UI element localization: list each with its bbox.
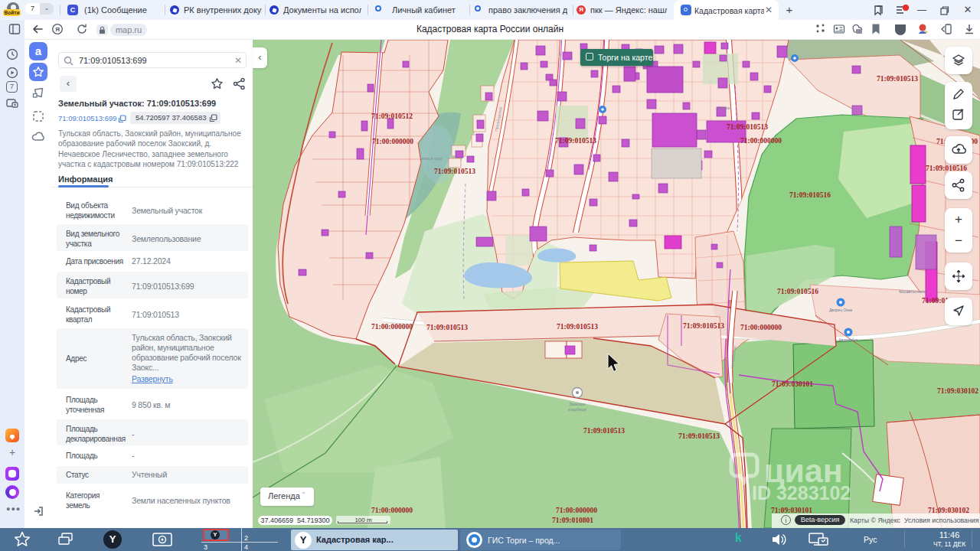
svg-text:71:00:000000: 71:00:000000: [740, 137, 782, 145]
svg-text:71:09:010513: 71:09:010513: [683, 322, 724, 330]
svg-text:Дворец Окна: Дворец Окна: [829, 308, 852, 312]
svg-text:71:09:010512: 71:09:010512: [371, 112, 413, 120]
svg-text:71:09:010516: 71:09:010516: [777, 288, 818, 295]
svg-text:71:09:010513: 71:09:010513: [727, 123, 768, 131]
svg-text:71:00:000000: 71:00:000000: [372, 138, 413, 145]
svg-text:71:00:000000: 71:00:000000: [556, 507, 597, 514]
svg-text:71:00:000000: 71:00:000000: [371, 507, 413, 514]
svg-text:Заокское: Заокское: [569, 402, 585, 406]
svg-text:71:09:010513: 71:09:010513: [555, 137, 596, 145]
svg-text:71:09:030102: 71:09:030102: [937, 387, 978, 395]
svg-text:Автомойка: Автомойка: [839, 337, 858, 342]
svg-text:Мосавтостекло: Мосавтостекло: [899, 289, 926, 294]
svg-text:71:00:000000: 71:00:000000: [740, 324, 782, 331]
svg-text:71:09:010513: 71:09:010513: [877, 75, 918, 83]
svg-text:71:09:030101: 71:09:030101: [772, 380, 813, 388]
svg-text:Сфера: Сфера: [717, 106, 730, 110]
svg-text:71:09:010513: 71:09:010513: [426, 324, 468, 331]
svg-text:кладбище: кладбище: [568, 407, 586, 412]
svg-text:ID 3283102: ID 3283102: [752, 482, 851, 504]
svg-text:71:09:010513: 71:09:010513: [557, 323, 598, 331]
svg-text:71:09:010513: 71:09:010513: [434, 168, 475, 175]
svg-text:71:00:000000: 71:00:000000: [371, 323, 413, 331]
svg-text:71:09:010516: 71:09:010516: [789, 191, 831, 199]
svg-text:71:09:010513: 71:09:010513: [583, 427, 625, 435]
svg-text:71:09:010513: 71:09:010513: [678, 432, 720, 440]
svg-text:71:09:010801: 71:09:010801: [552, 517, 593, 524]
